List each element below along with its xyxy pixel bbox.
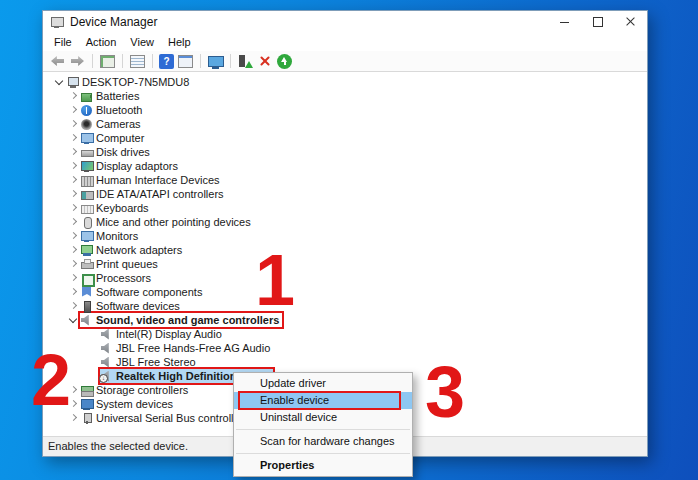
tree-item-label: JBL Free Stereo xyxy=(116,356,196,368)
chevron-icon[interactable] xyxy=(67,145,80,159)
chevron-icon[interactable] xyxy=(67,131,80,145)
chevron-icon[interactable] xyxy=(67,187,80,201)
desktop-background: Device Manager File Action View Help xyxy=(0,0,698,480)
toolbar-separator xyxy=(122,54,123,68)
back-icon-button[interactable] xyxy=(49,53,66,70)
chevron-icon[interactable] xyxy=(67,229,80,243)
tree-item-intel-r-display-audio[interactable]: Intel(R) Display Audio xyxy=(43,327,647,341)
close-button[interactable] xyxy=(614,11,647,33)
chevron-icon[interactable] xyxy=(53,75,66,89)
speaker-icon xyxy=(101,329,113,340)
menu-file[interactable]: File xyxy=(47,34,79,50)
context-menu: Update driver Enable device Uninstall de… xyxy=(233,372,413,477)
system-device-icon xyxy=(81,399,93,410)
maximize-button[interactable] xyxy=(581,11,614,33)
tree-item-jbl-free-stereo[interactable]: JBL Free Stereo xyxy=(43,355,647,369)
battery-icon xyxy=(81,91,93,102)
chevron-icon[interactable] xyxy=(67,201,80,215)
tree-item-label: Mice and other pointing devices xyxy=(96,216,251,228)
camera-icon xyxy=(81,119,93,130)
export-list-icon-button[interactable] xyxy=(129,53,146,70)
tree-item-batteries[interactable]: Batteries xyxy=(43,89,647,103)
tree-item-label: Computer xyxy=(96,132,144,144)
tree-item-label: Storage controllers xyxy=(96,384,188,396)
context-menu-separator xyxy=(236,453,410,454)
tree-item-ide-ata-atapi-controllers[interactable]: IDE ATA/ATAPI controllers xyxy=(43,187,647,201)
monitor-blue xyxy=(81,133,93,144)
tree-item-display-adaptors[interactable]: Display adaptors xyxy=(43,159,647,173)
annotation-2: 2 xyxy=(28,344,74,416)
chevron-icon[interactable] xyxy=(67,257,80,271)
chevron-icon[interactable] xyxy=(67,299,80,313)
toolbar-separator xyxy=(92,54,93,68)
chevron-icon[interactable] xyxy=(67,313,80,327)
chevron-icon[interactable] xyxy=(67,103,80,117)
toolbar xyxy=(43,51,647,72)
tree-item-print-queues[interactable]: Print queues xyxy=(43,257,647,271)
tree-item-software-devices[interactable]: Software devices xyxy=(43,299,647,313)
tree-item-label: System devices xyxy=(96,398,173,410)
tree-item-keyboards[interactable]: Keyboards xyxy=(43,201,647,215)
context-menu-item-uninstall-device[interactable]: Uninstall device xyxy=(234,409,412,426)
help-icon-button[interactable] xyxy=(159,54,174,69)
tree-item-label: Universal Serial Bus controllers xyxy=(96,412,249,424)
chevron-icon xyxy=(87,369,100,383)
update-driver-icon-button[interactable] xyxy=(237,53,254,70)
tree-item-jbl-free-hands-free-ag-audio[interactable]: JBL Free Hands-Free AG Audio xyxy=(43,341,647,355)
tree-item-cameras[interactable]: Cameras xyxy=(43,117,647,131)
context-menu-item-update-driver[interactable]: Update driver xyxy=(234,375,412,392)
scan-changes-icon-button[interactable] xyxy=(277,54,292,69)
tree-item-network-adapters[interactable]: Network adapters xyxy=(43,243,647,257)
context-menu-separator xyxy=(236,429,410,430)
chevron-icon[interactable] xyxy=(67,243,80,257)
tree-item-label: Display adaptors xyxy=(96,160,178,172)
menu-help[interactable]: Help xyxy=(161,34,198,50)
forward-icon-button[interactable] xyxy=(69,53,86,70)
chevron-icon[interactable] xyxy=(67,159,80,173)
tree-item-desktop-7n5mdu8[interactable]: DESKTOP-7N5MDU8 xyxy=(43,75,647,89)
tree-item-human-interface-devices[interactable]: Human Interface Devices xyxy=(43,173,647,187)
context-menu-item-enable-device[interactable]: Enable device xyxy=(234,392,412,409)
tree-item-label: Keyboards xyxy=(96,202,149,214)
tree-item-processors[interactable]: Processors xyxy=(43,271,647,285)
remote-computer-icon-button[interactable] xyxy=(207,53,224,70)
title-bar[interactable]: Device Manager xyxy=(43,11,647,33)
usb-icon xyxy=(81,413,93,424)
network-adapter-icon xyxy=(81,245,93,256)
properties-window-icon-button[interactable] xyxy=(177,53,194,70)
tree-item-monitors[interactable]: Monitors xyxy=(43,229,647,243)
tree-item-label: Processors xyxy=(96,272,151,284)
toolbar-separator xyxy=(200,54,201,68)
menu-view[interactable]: View xyxy=(123,34,161,50)
tree-item-label: Disk drives xyxy=(96,146,150,158)
tree-item-label: JBL Free Hands-Free AG Audio xyxy=(116,342,270,354)
tree-item-computer[interactable]: Computer xyxy=(43,131,647,145)
annotation-3: 3 xyxy=(422,356,468,428)
tree-item-sound-video-and-game-controllers[interactable]: Sound, video and game controllers xyxy=(43,313,647,327)
tree-item-software-components[interactable]: Software components xyxy=(43,285,647,299)
context-menu-item-properties[interactable]: Properties xyxy=(234,457,412,474)
menu-action[interactable]: Action xyxy=(79,34,124,50)
chevron-icon[interactable] xyxy=(67,271,80,285)
tree-item-bluetooth[interactable]: Bluetooth xyxy=(43,103,647,117)
tree-item-label: Monitors xyxy=(96,230,138,242)
chevron-icon[interactable] xyxy=(67,117,80,131)
chevron-icon[interactable] xyxy=(67,285,80,299)
tree-item-label: Software devices xyxy=(96,300,180,312)
tree-item-mice-and-other-pointing-devices[interactable]: Mice and other pointing devices xyxy=(43,215,647,229)
speaker-disabled-icon xyxy=(101,371,113,382)
uninstall-icon-button[interactable] xyxy=(257,53,274,70)
context-menu-item-scan-for-hardware-changes[interactable]: Scan for hardware changes xyxy=(234,433,412,450)
chevron-icon[interactable] xyxy=(67,215,80,229)
mouse-icon xyxy=(81,217,93,228)
chevron-icon[interactable] xyxy=(67,173,80,187)
storage-controller-icon xyxy=(81,385,93,396)
chevron-icon xyxy=(87,327,100,341)
console-tree-icon-button[interactable] xyxy=(99,53,116,70)
display-adapter-icon xyxy=(81,161,93,172)
chevron-icon[interactable] xyxy=(67,89,80,103)
annotation-1: 1 xyxy=(252,244,298,316)
software-device-icon xyxy=(81,301,93,312)
tree-item-disk-drives[interactable]: Disk drives xyxy=(43,145,647,159)
minimize-button[interactable] xyxy=(548,11,581,33)
